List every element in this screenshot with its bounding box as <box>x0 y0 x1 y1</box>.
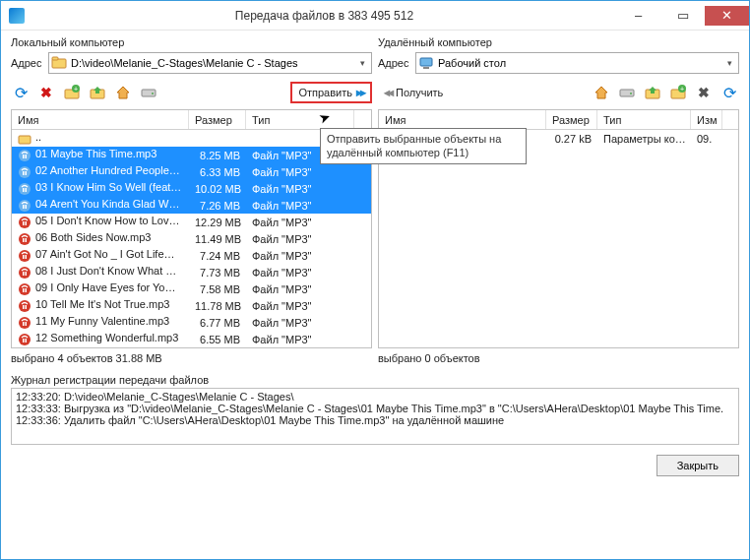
remote-panel-title: Удалённый компьютер <box>378 36 739 48</box>
local-file-grid[interactable]: Имя Размер Тип ..01 Maybe This Time.mp38… <box>11 109 372 348</box>
svg-rect-35 <box>26 288 28 292</box>
file-row[interactable]: 12 Something Wonderful.mp36.55 MBФайл "M… <box>12 331 371 347</box>
titlebar: Передача файлов в 383 495 512 – ▭ ✕ <box>1 1 749 31</box>
maximize-button[interactable]: ▭ <box>660 6 705 26</box>
remote-address-text: Рабочий стол <box>438 57 722 69</box>
svg-rect-28 <box>23 255 25 259</box>
svg-point-39 <box>19 317 31 329</box>
file-row[interactable]: 04 Aren't You Kinda Glad W…7.26 MBФайл "… <box>12 197 371 214</box>
svg-rect-26 <box>26 238 28 242</box>
svg-rect-32 <box>26 272 28 276</box>
file-row[interactable]: 05 I Don't Know How to Lov…12.29 MBФайл … <box>12 214 371 230</box>
local-panel: Локальный компьютер Адрес D:\video\Melan… <box>11 36 372 348</box>
svg-point-36 <box>19 300 31 312</box>
remote-address-label: Адрес <box>378 57 411 69</box>
svg-rect-47 <box>620 90 634 96</box>
file-row[interactable]: 02 Another Hundred People…6.33 MBФайл "M… <box>12 163 371 180</box>
new-folder-icon[interactable]: + <box>62 83 82 102</box>
local-address-combo[interactable]: D:\video\Melanie_C-Stages\Melanie C - St… <box>48 52 372 74</box>
svg-point-48 <box>630 93 632 94</box>
drive-icon[interactable] <box>617 83 637 102</box>
svg-rect-25 <box>23 238 25 242</box>
svg-rect-19 <box>23 205 25 209</box>
receive-label: Получить <box>396 87 443 98</box>
svg-rect-1 <box>52 57 58 60</box>
drive-icon[interactable] <box>139 83 158 102</box>
home-icon[interactable] <box>113 83 133 102</box>
svg-rect-8 <box>19 136 31 144</box>
local-address-text: D:\video\Melanie_C-Stages\Melanie C - St… <box>71 57 355 69</box>
svg-rect-40 <box>23 322 25 326</box>
col-size[interactable]: Размер <box>189 110 246 129</box>
svg-rect-34 <box>23 288 25 292</box>
folder-icon <box>51 55 67 71</box>
remote-panel: Удалённый компьютер Адрес Рабочий стол ▾… <box>378 36 739 348</box>
svg-rect-45 <box>420 58 432 66</box>
home-icon[interactable] <box>592 83 611 102</box>
log-title: Журнал регистрации передачи файлов <box>11 374 739 386</box>
svg-rect-14 <box>26 171 28 175</box>
close-dialog-button[interactable]: Закрыть <box>656 455 739 476</box>
delete-icon[interactable]: ✖ <box>694 83 714 102</box>
file-row[interactable]: 09 I Only Have Eyes for Yo…7.58 MBФайл "… <box>12 280 371 297</box>
file-row[interactable]: 03 I Know Him So Well (feat…10.02 MBФайл… <box>12 180 371 197</box>
remote-address-combo[interactable]: Рабочий стол ▾ <box>415 52 739 74</box>
desktop-icon <box>418 55 434 71</box>
col-modified[interactable]: Изм <box>691 110 722 129</box>
receive-button[interactable]: ◂◂ Получить <box>378 84 449 101</box>
svg-point-15 <box>19 183 31 195</box>
svg-point-12 <box>19 166 31 178</box>
svg-point-7 <box>152 93 154 94</box>
delete-icon[interactable]: ✖ <box>36 83 56 102</box>
parent-dir-row[interactable]: .. <box>12 130 371 147</box>
file-row[interactable]: 01 Maybe This Time.mp38.25 MBФайл "MP3" <box>12 147 371 163</box>
svg-rect-23 <box>26 221 28 225</box>
svg-rect-11 <box>26 155 28 158</box>
app-icon <box>9 8 25 24</box>
svg-rect-43 <box>23 339 25 342</box>
local-status: выбрано 4 объектов 31.88 MB <box>11 350 372 366</box>
svg-point-33 <box>19 283 31 295</box>
file-row[interactable]: 07 Ain't Got No _ I Got Life…7.24 MBФайл… <box>12 247 371 264</box>
local-address-label: Адрес <box>11 57 44 69</box>
col-type[interactable]: Тип <box>597 110 691 129</box>
log-line: 12:33:20: D:\video\Melanie_C-Stages\Mela… <box>16 391 734 403</box>
send-tooltip: Отправить выбранные объекты на удалённый… <box>320 128 527 164</box>
log-line: 12:33:36: Удалить файл "C:\Users\AHera\D… <box>16 414 734 426</box>
local-toolbar: ⟳ ✖ + Отправить ▸▸ <box>11 78 372 107</box>
send-arrow-icon: ▸▸ <box>356 86 364 99</box>
svg-text:+: + <box>74 86 78 93</box>
file-row[interactable]: 11 My Funny Valentine.mp36.77 MBФайл "MP… <box>12 314 371 331</box>
dropdown-icon[interactable]: ▾ <box>355 58 369 68</box>
col-name[interactable]: Имя <box>12 110 189 129</box>
parent-folder-icon[interactable] <box>88 83 107 102</box>
send-button[interactable]: Отправить ▸▸ <box>290 82 372 103</box>
minimize-button[interactable]: – <box>616 6 660 26</box>
svg-rect-46 <box>423 67 429 69</box>
svg-point-24 <box>19 233 31 245</box>
col-type[interactable]: Тип <box>246 110 354 129</box>
local-grid-header: Имя Размер Тип <box>12 110 371 130</box>
svg-rect-29 <box>26 255 28 259</box>
parent-folder-icon[interactable] <box>643 83 662 102</box>
col-name[interactable]: Имя <box>379 110 546 129</box>
svg-rect-31 <box>23 272 25 276</box>
svg-rect-13 <box>23 171 25 175</box>
receive-arrow-icon: ◂◂ <box>384 86 392 99</box>
svg-point-21 <box>19 217 31 228</box>
close-button[interactable]: ✕ <box>705 6 749 26</box>
refresh-icon[interactable]: ⟳ <box>719 83 739 102</box>
svg-rect-38 <box>26 305 28 309</box>
local-panel-title: Локальный компьютер <box>11 36 372 48</box>
file-row[interactable]: 08 I Just Don't Know What …7.73 MBФайл "… <box>12 264 371 280</box>
new-folder-icon[interactable]: + <box>668 83 688 102</box>
file-row[interactable]: 10 Tell Me It's Not True.mp311.78 MBФайл… <box>12 297 371 314</box>
dropdown-icon[interactable]: ▾ <box>722 58 736 68</box>
log-line: 12:33:33: Выгрузка из "D:\video\Melanie_… <box>16 403 734 414</box>
window-controls: – ▭ ✕ <box>616 6 749 26</box>
refresh-icon[interactable]: ⟳ <box>11 83 31 102</box>
svg-point-27 <box>19 250 31 262</box>
transfer-log[interactable]: 12:33:20: D:\video\Melanie_C-Stages\Mela… <box>11 388 739 445</box>
col-size[interactable]: Размер <box>546 110 597 129</box>
file-row[interactable]: 06 Both Sides Now.mp311.49 MBФайл "MP3" <box>12 230 371 247</box>
